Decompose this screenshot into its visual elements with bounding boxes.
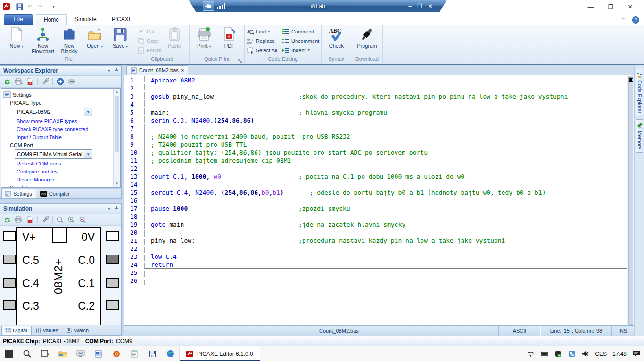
print-icon[interactable] bbox=[15, 216, 23, 224]
tab-code-explorer[interactable]: Code Explorer bbox=[636, 69, 643, 116]
zoom-out-icon[interactable] bbox=[79, 216, 87, 224]
forum-button[interactable]: Forum bbox=[137, 46, 162, 54]
indent-button[interactable]: Indent ▾ bbox=[282, 46, 319, 54]
pin-c4[interactable] bbox=[3, 278, 16, 288]
panel-splitter[interactable] bbox=[0, 199, 122, 203]
tree-scrollbar[interactable]: ▲▼ bbox=[113, 89, 120, 187]
save64-app-button[interactable]: 64 bbox=[143, 346, 161, 361]
help-icon[interactable]: ? bbox=[632, 16, 639, 24]
uncomment-button[interactable]: Uncomment bbox=[282, 37, 319, 45]
tab-watch[interactable]: Watch bbox=[63, 326, 92, 335]
code-text[interactable]: goto main ;jde na zacatek hlavni smycky bbox=[144, 221, 627, 229]
code-text[interactable] bbox=[144, 277, 627, 285]
panel-menu-chevron-icon[interactable]: ▾ bbox=[108, 206, 110, 211]
replace-button[interactable]: ab4ac Replace bbox=[247, 37, 277, 45]
search-button[interactable] bbox=[18, 346, 36, 361]
code-text[interactable] bbox=[144, 124, 627, 132]
code-line-1[interactable]: 1#picaxe 08M2 bbox=[124, 76, 627, 84]
code-text[interactable]: piny_na_low: ;procedura nastavi kazdy pi… bbox=[144, 237, 627, 245]
code-text[interactable] bbox=[144, 213, 627, 221]
pin-c5[interactable] bbox=[3, 255, 16, 264]
tab-settings[interactable]: Settings bbox=[1, 189, 36, 198]
tree-link-device-manager[interactable]: Device Manager bbox=[3, 175, 113, 183]
start-button[interactable] bbox=[0, 346, 18, 361]
paste-button[interactable]: Paste bbox=[162, 25, 187, 49]
editor-scrollbar[interactable]: ▲ ▼ bbox=[627, 75, 634, 325]
wlab-restore-button[interactable]: ❐ bbox=[417, 3, 422, 9]
volume-icon[interactable] bbox=[581, 350, 589, 358]
tree-link-configure-and-test[interactable]: Configure and test bbox=[3, 167, 113, 175]
collapse-ribbon-icon[interactable]: ⌃ bbox=[621, 17, 626, 23]
refresh-icon[interactable] bbox=[3, 216, 11, 224]
code-editor[interactable]: 1#picaxe 08M223gosub piny_na_low ;skok d… bbox=[124, 75, 634, 325]
check-button[interactable]: ABC Check bbox=[323, 25, 349, 49]
code-line-26[interactable]: 26 bbox=[124, 277, 627, 285]
system-monitor-button[interactable] bbox=[72, 346, 90, 361]
restore-button[interactable]: ❐ bbox=[601, 0, 620, 13]
code-text[interactable] bbox=[144, 245, 627, 253]
code-line-22[interactable]: 22 bbox=[124, 245, 627, 253]
code-text[interactable]: ; qualifier bajty: (254,86,86) jsou pouz… bbox=[144, 148, 627, 156]
close-document-icon[interactable]: × bbox=[181, 67, 184, 73]
new-flowchart-button[interactable]: New Flowchart bbox=[29, 25, 57, 54]
print-icon[interactable] bbox=[15, 78, 23, 86]
code-text[interactable]: count C.1, 1000, w0 ; pocita na C.1 po d… bbox=[144, 173, 627, 181]
print-button[interactable]: Print ▾ bbox=[191, 25, 217, 49]
tree-link-check-picaxe-type-connected[interactable]: Check PICAXE type connected bbox=[3, 125, 113, 133]
program-button[interactable]: Program bbox=[353, 25, 380, 49]
code-line-10[interactable]: 10; qualifier bajty: (254,86,86) jsou po… bbox=[124, 148, 627, 156]
tree-node-com-port[interactable]: COM Port bbox=[3, 141, 113, 149]
wlab-minimize-button[interactable]: – bbox=[408, 3, 412, 9]
code-text[interactable] bbox=[144, 269, 627, 277]
language-indicator[interactable]: CES bbox=[595, 351, 607, 357]
code-line-7[interactable]: 7 bbox=[124, 124, 627, 132]
tree-link-show-more-picaxe-types[interactable]: Show more PICAXE types bbox=[3, 117, 113, 125]
tab-values[interactable]: Values bbox=[33, 326, 62, 335]
code-line-5[interactable]: 5main: ; hlavni smycka programu bbox=[124, 108, 627, 116]
task-view-button[interactable] bbox=[36, 346, 54, 361]
cut-button[interactable]: ✂ Cut bbox=[137, 27, 162, 35]
battery-icon[interactable] bbox=[540, 350, 548, 358]
code-line-14[interactable]: 14 bbox=[124, 181, 627, 189]
code-line-2[interactable]: 2 bbox=[124, 84, 627, 92]
clock[interactable]: 17:48 bbox=[612, 351, 627, 357]
close-button[interactable]: ✕ bbox=[620, 0, 640, 13]
code-text[interactable] bbox=[144, 165, 627, 173]
code-text[interactable] bbox=[144, 197, 627, 205]
find-button[interactable]: A Find ▾ bbox=[247, 27, 277, 35]
tree-node-simulation[interactable]: Simulation bbox=[3, 183, 113, 188]
tab-file[interactable]: File bbox=[4, 14, 33, 25]
code-text[interactable]: return bbox=[144, 261, 627, 269]
pin-v[interactable] bbox=[3, 231, 16, 241]
com-port-combo-dropdown-icon[interactable]: ▼ bbox=[84, 149, 92, 159]
code-text[interactable] bbox=[144, 84, 627, 92]
code-text[interactable]: #picaxe 08M2 bbox=[144, 76, 627, 84]
file-explorer-button[interactable] bbox=[54, 346, 72, 361]
pin-c2[interactable] bbox=[106, 300, 119, 310]
tree-link-input-output-table[interactable]: Input / Output Table bbox=[3, 133, 113, 141]
new-blockly-button[interactable]: New Blockly bbox=[57, 25, 82, 54]
notepad-app-button[interactable] bbox=[125, 346, 143, 361]
wlab-window-titlebar[interactable]: WLab – ❐ ✕ bbox=[189, 0, 447, 12]
open-button[interactable]: Open ▾ bbox=[82, 25, 107, 49]
code-line-25[interactable]: 25 bbox=[124, 269, 627, 277]
code-text[interactable]: ; N2400 je nereverzni 2400 baud, pouzit … bbox=[144, 132, 627, 140]
export-pdf-icon[interactable]: A bbox=[26, 216, 34, 224]
tree-node-picaxe-type[interactable]: PICAXE Type bbox=[3, 99, 113, 107]
code-text[interactable] bbox=[144, 229, 627, 237]
new-button[interactable]: New ▾ bbox=[4, 25, 29, 49]
panel-menu-chevron-icon[interactable]: ▾ bbox=[108, 68, 110, 73]
panel-pin-icon[interactable] bbox=[114, 68, 118, 73]
code-line-11[interactable]: 11; poslednim bajtem adresujeme cip 08M2 bbox=[124, 156, 627, 165]
tab-simulate[interactable]: Simulate bbox=[67, 14, 104, 25]
code-text[interactable]: low C.4 bbox=[144, 253, 627, 261]
options-wrench-icon[interactable] bbox=[41, 78, 49, 86]
code-text[interactable]: serout C.4, N2400, (254,86,86,b0,b1) ; o… bbox=[144, 189, 627, 197]
code-line-18[interactable]: 18 bbox=[124, 213, 627, 221]
tab-memory[interactable]: Memory bbox=[636, 119, 643, 153]
code-text[interactable]: pause 1000 ;zpozdi smycku bbox=[144, 205, 627, 213]
tab-compiler[interactable]: ON Compiler bbox=[37, 189, 74, 198]
code-line-3[interactable]: 3gosub piny_na_low ;skok do procedury, k… bbox=[124, 92, 627, 100]
expand-all-icon[interactable] bbox=[56, 78, 64, 86]
wlab-close-button[interactable]: ✕ bbox=[428, 3, 433, 9]
